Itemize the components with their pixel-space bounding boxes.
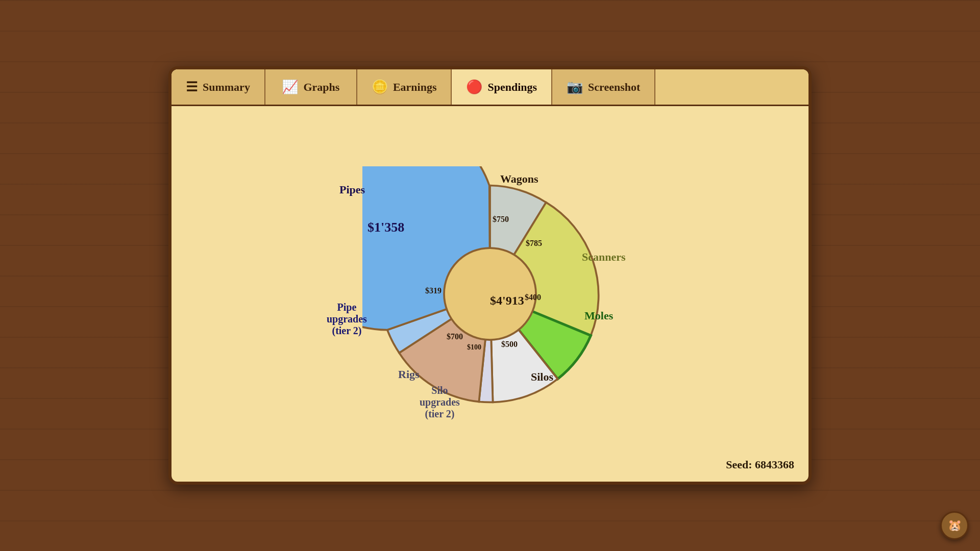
corner-button-icon: 🐹 [948,519,962,532]
tab-summary[interactable]: ☰ Summary [172,69,265,105]
screenshot-icon: 📷 [567,79,583,95]
wood-background: ☰ Summary 📈 Graphs 🪙 Earnings 🔴 Spending… [0,0,980,551]
main-panel: ☰ Summary 📈 Graphs 🪙 Earnings 🔴 Spending… [168,66,812,485]
tab-screenshot-label: Screenshot [588,81,640,94]
seed-label: Seed: 6843368 [726,458,794,471]
tab-spendings-label: Spendings [487,81,537,94]
tab-graphs[interactable]: 📈 Graphs [265,69,357,105]
tab-bar: ☰ Summary 📈 Graphs 🪙 Earnings 🔴 Spending… [172,69,808,106]
content-area: $4'913 Wagons $750 Scanners $785 [172,106,808,482]
summary-icon: ☰ [186,79,198,95]
tab-graphs-label: Graphs [303,81,339,94]
tab-screenshot[interactable]: 📷 Screenshot [552,69,655,105]
earnings-icon: 🪙 [372,79,388,95]
tab-earnings[interactable]: 🪙 Earnings [357,69,452,105]
chart-container: $4'913 Wagons $750 Scanners $785 [311,136,669,452]
tab-summary-label: Summary [203,81,250,94]
tab-spendings[interactable]: 🔴 Spendings [452,69,552,106]
spendings-icon: 🔴 [466,79,482,95]
corner-button[interactable]: 🐹 [940,511,969,540]
tab-earnings-label: Earnings [393,81,437,94]
graphs-icon: 📈 [282,79,298,95]
